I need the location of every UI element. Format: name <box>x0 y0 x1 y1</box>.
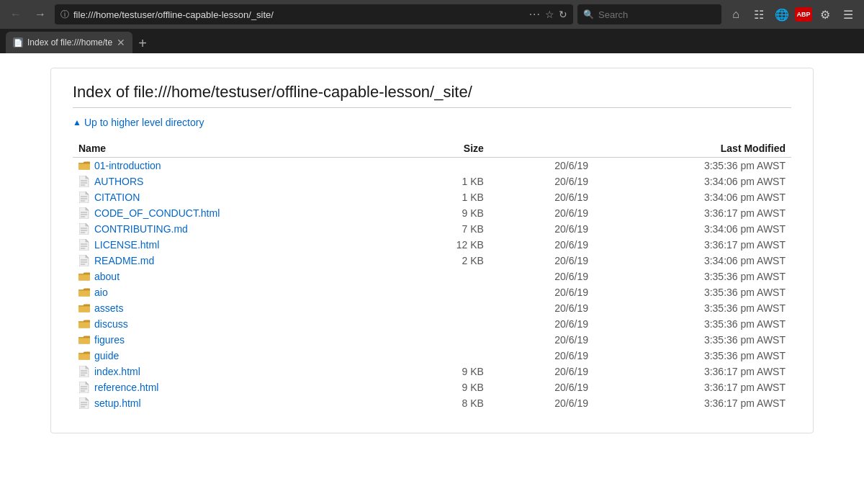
file-date-cell: 20/6/19 <box>498 237 594 253</box>
file-name-cell: guide <box>73 348 397 364</box>
file-name-cell: AUTHORS <box>73 174 397 189</box>
file-icon <box>78 382 90 393</box>
file-icon <box>78 207 90 219</box>
tab-close-button[interactable]: ✕ <box>117 37 125 48</box>
file-time-cell: 3:34:06 pm AWST <box>594 253 791 269</box>
file-date-cell: 20/6/19 <box>498 284 594 300</box>
file-link[interactable]: CONTRIBUTING.md <box>78 223 391 235</box>
file-link[interactable]: assets <box>78 302 391 314</box>
file-link[interactable]: AUTHORS <box>78 176 391 187</box>
tab-overview-button[interactable]: ☷ <box>749 4 769 24</box>
file-link[interactable]: guide <box>78 350 391 361</box>
search-bar-container: 🔍 <box>577 4 721 24</box>
file-name-cell: reference.html <box>73 379 397 395</box>
more-icon: ··· <box>529 8 541 21</box>
nav-right-icons: ⌂ ☷ 🌐 ABP ⚙ ☰ <box>726 4 858 24</box>
table-row: README.md 2 KB 20/6/19 3:34:06 pm AWST <box>73 253 791 269</box>
file-size-cell: 9 KB <box>397 205 498 221</box>
file-link[interactable]: about <box>78 271 391 282</box>
file-time-cell: 3:36:17 pm AWST <box>594 379 791 395</box>
file-link[interactable]: 01-introduction <box>78 160 391 171</box>
table-row: reference.html 9 KB 20/6/19 3:36:17 pm A… <box>73 379 791 395</box>
folder-icon <box>78 335 90 345</box>
home-button[interactable]: ⌂ <box>726 4 746 24</box>
file-date-cell: 20/6/19 <box>498 221 594 237</box>
folder-icon <box>78 287 90 297</box>
info-icon: ⓘ <box>60 9 69 21</box>
file-size-cell <box>397 158 498 174</box>
file-time-cell: 3:36:17 pm AWST <box>594 364 791 379</box>
globe-icon-button[interactable]: 🌐 <box>772 4 792 24</box>
file-size-cell: 9 KB <box>397 364 498 379</box>
file-name: LICENSE.html <box>94 239 159 251</box>
file-time-cell: 3:36:17 pm AWST <box>594 395 791 411</box>
file-time-cell: 3:35:36 pm AWST <box>594 158 791 174</box>
folder-icon <box>78 161 90 171</box>
file-name: setup.html <box>94 397 141 409</box>
page-content: Index of file:///home/testuser/offline-c… <box>0 53 864 504</box>
table-row: setup.html 8 KB 20/6/19 3:36:17 pm AWST <box>73 395 791 411</box>
search-input[interactable] <box>598 9 699 20</box>
file-link[interactable]: LICENSE.html <box>78 239 391 251</box>
new-tab-button[interactable]: + <box>132 33 153 53</box>
file-date-cell: 20/6/19 <box>498 348 594 364</box>
file-size-cell: 12 KB <box>397 237 498 253</box>
file-time-cell: 3:35:36 pm AWST <box>594 300 791 316</box>
file-time-cell: 3:36:17 pm AWST <box>594 205 791 221</box>
file-name-cell: README.md <box>73 253 397 269</box>
up-link[interactable]: ▲ Up to higher level directory <box>73 117 791 128</box>
size-column-header: Size <box>397 140 498 158</box>
file-name-cell: CONTRIBUTING.md <box>73 221 397 237</box>
file-link[interactable]: setup.html <box>78 397 391 409</box>
up-arrow-icon: ▲ <box>73 117 81 127</box>
forward-button[interactable]: → <box>30 4 50 24</box>
file-date-cell: 20/6/19 <box>498 379 594 395</box>
bookmark-icon: ☆ <box>545 9 554 20</box>
file-time-cell: 3:34:06 pm AWST <box>594 174 791 189</box>
adblock-button[interactable]: ABP <box>795 7 812 22</box>
file-name-cell: CODE_OF_CONDUCT.html <box>73 205 397 221</box>
file-link[interactable]: aio <box>78 287 391 298</box>
file-name-cell: LICENSE.html <box>73 237 397 253</box>
file-link[interactable]: discuss <box>78 318 391 330</box>
file-size-cell: 9 KB <box>397 379 498 395</box>
active-tab[interactable]: 📄 Index of file:///home/te ✕ <box>6 32 132 53</box>
nav-bar: ← → ⓘ ··· ☆ ↻ 🔍 ⌂ ☷ 🌐 ABP ⚙ ☰ <box>0 0 864 29</box>
file-icon <box>78 176 90 187</box>
file-name-cell: index.html <box>73 364 397 379</box>
table-row: about 20/6/19 3:35:36 pm AWST <box>73 269 791 284</box>
folder-icon <box>78 351 90 361</box>
file-size-cell: 1 KB <box>397 174 498 189</box>
table-row: discuss 20/6/19 3:35:36 pm AWST <box>73 316 791 332</box>
file-date-cell: 20/6/19 <box>498 300 594 316</box>
file-time-cell: 3:35:36 pm AWST <box>594 316 791 332</box>
tab-favicon: 📄 <box>13 37 23 48</box>
address-input[interactable] <box>73 9 525 20</box>
file-size-cell <box>397 300 498 316</box>
file-size-cell: 1 KB <box>397 189 498 205</box>
file-date-cell: 20/6/19 <box>498 395 594 411</box>
file-link[interactable]: CITATION <box>78 192 391 203</box>
user-menu-button[interactable]: ⚙ <box>815 4 835 24</box>
search-icon: 🔍 <box>583 9 594 19</box>
back-button[interactable]: ← <box>6 4 26 24</box>
directory-listing: Index of file:///home/testuser/offline-c… <box>50 68 814 433</box>
file-link[interactable]: index.html <box>78 366 391 377</box>
file-link[interactable]: README.md <box>78 255 391 266</box>
file-name-cell: setup.html <box>73 395 397 411</box>
file-name-cell: about <box>73 269 397 284</box>
file-date-cell: 20/6/19 <box>498 205 594 221</box>
file-link[interactable]: CODE_OF_CONDUCT.html <box>78 207 391 219</box>
table-header-row: Name Size Last Modified <box>73 140 791 158</box>
menu-button[interactable]: ☰ <box>838 4 858 24</box>
table-row: assets 20/6/19 3:35:36 pm AWST <box>73 300 791 316</box>
file-link[interactable]: reference.html <box>78 382 391 393</box>
file-name: CITATION <box>94 192 140 203</box>
refresh-icon: ↻ <box>559 9 567 20</box>
file-icon <box>78 223 90 235</box>
folder-icon <box>78 271 90 282</box>
file-link[interactable]: figures <box>78 334 391 346</box>
file-size-cell: 8 KB <box>397 395 498 411</box>
tab-bar: 📄 Index of file:///home/te ✕ + <box>0 29 864 53</box>
file-date-cell: 20/6/19 <box>498 269 594 284</box>
